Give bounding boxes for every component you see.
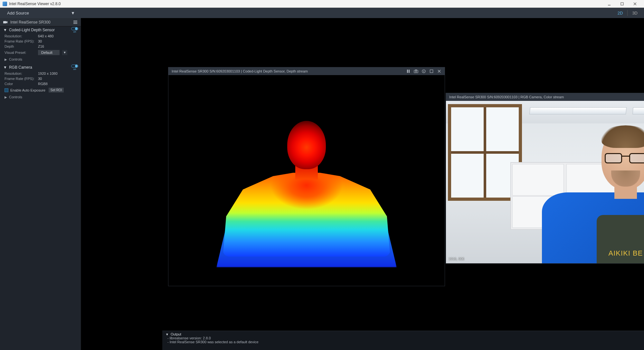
toggle-state-label: on	[73, 68, 76, 71]
cursor-coordinates-overlay: 1916, 906	[449, 257, 464, 261]
main-toolbar: Add Source ▼ 2D 3D	[0, 8, 644, 18]
output-panel: ▼ Output - librealsense version: 2.8.0 -…	[162, 331, 644, 350]
depth-controls-expander[interactable]: ▶ Controls	[0, 56, 81, 63]
value: RGB8	[38, 82, 48, 86]
controls-label: Controls	[9, 95, 22, 99]
color-stream-view[interactable]: AIKIKI BE 1916, 906	[446, 101, 644, 263]
auto-exposure-row: Enable Auto Exposure Set ROI	[0, 86, 81, 94]
depth-sensor-header[interactable]: ▼ Coded-Light Depth Sensor on	[0, 26, 81, 34]
label: Resolution:	[5, 34, 38, 38]
rgb-controls-expander[interactable]: ▶ Controls	[0, 94, 81, 100]
svg-rect-1	[621, 3, 623, 5]
svg-rect-4	[3, 21, 6, 23]
value: 1920 x 1080	[38, 72, 58, 75]
visual-preset-row: Visual Preset: Default ▼	[0, 49, 81, 56]
svg-rect-10	[414, 70, 418, 73]
auto-exposure-checkbox[interactable]	[5, 88, 8, 92]
preset-dropdown-button[interactable]: ▼	[62, 50, 67, 55]
caret-down-icon: ▼	[166, 333, 169, 336]
value: 30	[38, 39, 42, 43]
close-icon[interactable]	[437, 69, 441, 73]
chevron-down-icon: ▼	[71, 11, 75, 15]
depth-format-row[interactable]: Depth Z16	[0, 44, 81, 49]
main-viewport: Intel RealSense SR300 S/N:609203001103 |…	[81, 18, 644, 350]
tshirt-text: AIKIKI BE	[609, 249, 643, 258]
value: 640 x 480	[38, 34, 53, 38]
svg-rect-14	[423, 71, 424, 72]
depth-resolution-row[interactable]: Resolution: 640 x 480	[0, 34, 81, 39]
value: 30	[38, 77, 42, 81]
view-3d-button[interactable]: 3D	[630, 9, 640, 17]
hamburger-menu-icon[interactable]	[73, 20, 78, 24]
device-header[interactable]: Intel RealSense SR300	[0, 18, 81, 26]
window-maximize-button[interactable]	[616, 0, 629, 8]
color-panel-title: Intel RealSense SR300 S/N:609203001103 |…	[449, 95, 644, 99]
maximize-icon[interactable]	[429, 69, 434, 73]
depth-sensor-title: Coded-Light Depth Sensor	[9, 28, 55, 32]
depth-stream-view[interactable]	[168, 75, 445, 286]
caret-down-icon: ▼	[3, 65, 7, 70]
add-source-label: Add Source	[7, 11, 29, 15]
app-icon	[3, 2, 7, 6]
label: Depth	[5, 44, 38, 48]
label: Resolution:	[5, 72, 38, 75]
depth-fps-row[interactable]: Frame Rate (FPS): 30	[0, 39, 81, 44]
snapshot-icon[interactable]	[414, 69, 418, 73]
label: Frame Rate (FPS):	[5, 39, 38, 43]
rgb-camera-header[interactable]: ▼ RGB Camera on	[0, 64, 81, 71]
depth-stream-toggle[interactable]: on	[71, 27, 78, 33]
svg-rect-9	[409, 70, 410, 73]
info-icon[interactable]	[421, 69, 426, 73]
window-minimize-button[interactable]	[603, 0, 616, 8]
depth-heatmap-silhouette	[204, 111, 410, 266]
visual-preset-select[interactable]: Default	[38, 50, 60, 55]
window-title: Intel RealSense Viewer v2.8.0	[9, 2, 61, 6]
rgb-format-row[interactable]: Color RGB8	[0, 81, 81, 86]
add-source-dropdown[interactable]: Add Source ▼	[4, 9, 78, 17]
svg-rect-8	[407, 70, 408, 73]
set-roi-button[interactable]: Set ROI	[49, 88, 64, 92]
color-stream-panel: Intel RealSense SR300 S/N:609203001103 |…	[446, 93, 644, 264]
color-panel-header: Intel RealSense SR300 S/N:609203001103 |…	[446, 93, 644, 101]
depth-panel-header: Intel RealSense SR300 S/N:609203001103 |…	[168, 67, 445, 75]
depth-stream-panel: Intel RealSense SR300 S/N:609203001103 |…	[168, 67, 445, 286]
label: Color	[5, 82, 38, 86]
rgb-stream-toggle[interactable]: on	[71, 64, 78, 71]
view-2d-button[interactable]: 2D	[615, 9, 626, 17]
label: Frame Rate (FPS):	[5, 77, 38, 81]
separator	[627, 10, 628, 16]
caret-down-icon: ▼	[3, 28, 7, 32]
output-title: Output	[171, 332, 181, 336]
window-titlebar: Intel RealSense Viewer v2.8.0	[0, 0, 644, 8]
output-line: - Intel RealSense SR300 was selected as …	[166, 340, 641, 344]
rgb-resolution-row[interactable]: Resolution: 1920 x 1080	[0, 71, 81, 76]
svg-point-11	[415, 71, 417, 72]
svg-rect-16	[430, 70, 433, 73]
auto-exposure-label: Enable Auto Exposure	[10, 88, 45, 92]
window-close-button[interactable]	[629, 0, 641, 8]
rgb-fps-row[interactable]: Frame Rate (FPS): 30	[0, 76, 81, 81]
depth-panel-title: Intel RealSense SR300 S/N:609203001103 |…	[172, 69, 406, 73]
label: Visual Preset:	[5, 51, 35, 54]
camera-icon	[3, 21, 8, 24]
toggle-state-label: on	[73, 30, 76, 33]
svg-rect-12	[415, 70, 417, 70]
value: Z16	[38, 44, 44, 48]
svg-rect-15	[423, 70, 424, 71]
chevron-down-icon: ▼	[63, 51, 66, 54]
pause-icon[interactable]	[406, 69, 411, 73]
rgb-camera-title: RGB Camera	[9, 65, 32, 70]
sidebar: Intel RealSense SR300 ▼ Coded-Light Dept…	[0, 18, 81, 350]
view-mode-toggle: 2D 3D	[615, 9, 640, 17]
controls-label: Controls	[9, 57, 22, 61]
output-line: - librealsense version: 2.8.0	[166, 336, 641, 340]
caret-right-icon: ▶	[5, 58, 7, 61]
output-header[interactable]: ▼ Output	[166, 332, 641, 336]
rgb-camera-image: AIKIKI BE 1916, 906	[446, 101, 644, 263]
device-name: Intel RealSense SR300	[10, 20, 51, 24]
caret-right-icon: ▶	[5, 95, 7, 99]
